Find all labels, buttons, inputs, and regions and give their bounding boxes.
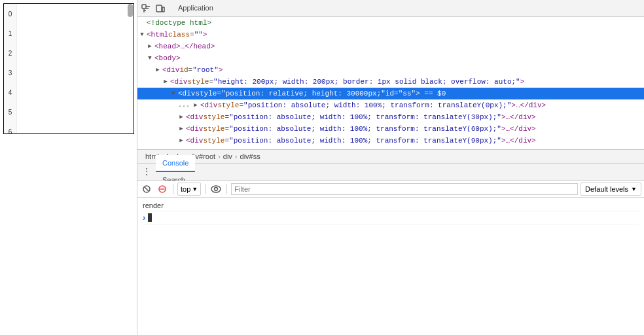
dom-close-bracket-5: >	[520, 76, 525, 88]
webpage-preview: 0123456	[3, 3, 134, 134]
dom-open-bracket-7: <div	[200, 99, 217, 111]
dom-attr-6-0: style="position: relative; height: 30000…	[195, 88, 385, 99]
console-tab-console[interactable]: Console	[156, 155, 195, 172]
preview-number-6: 6	[4, 122, 16, 134]
devtools-panel: ElementsConsoleNetworkSourcesApplication…	[137, 0, 644, 335]
dom-triangle-1[interactable]	[137, 29, 147, 41]
dom-triangle-2[interactable]	[145, 41, 154, 52]
dom-line-doctype[interactable]: <!doctype html>	[137, 17, 644, 29]
dom-open-bracket-5: <div	[170, 76, 187, 88]
console-cursor	[148, 213, 152, 222]
svg-rect-0	[142, 5, 146, 9]
dom-open-bracket-1: <html	[147, 29, 168, 41]
console-clear-icon[interactable]	[140, 183, 153, 196]
dom-special-6: id="ss"> == $0	[385, 88, 446, 99]
console-log-render: render	[143, 200, 639, 211]
dom-attr-4-0: id="root"	[179, 64, 218, 76]
svg-point-12	[215, 187, 218, 190]
dom-close-bracket-2: >…</head>	[176, 41, 215, 52]
toolbar-separator-1	[173, 184, 173, 194]
console-block-icon[interactable]	[156, 183, 169, 196]
console-filter-input[interactable]	[231, 183, 578, 195]
console-section-tabs: ⋮ ConsoleSearch	[137, 164, 644, 181]
devtools-icon-buttons	[140, 3, 166, 14]
dom-line-div-60[interactable]: <div style="position: absolute; width: 1…	[137, 123, 644, 135]
elements-panel[interactable]: <!doctype html><html class=""><head>…</h…	[137, 17, 644, 149]
dom-open-bracket-10: <div	[186, 135, 203, 147]
dom-close-bracket-1: >	[203, 29, 207, 41]
top-context-label: top	[181, 185, 190, 193]
console-output: render ›	[137, 198, 644, 335]
dom-open-bracket-9: <div	[186, 123, 203, 135]
inspect-icon[interactable]	[140, 3, 152, 14]
dom-attr-1-0: class=""	[168, 29, 203, 41]
dom-attr-8-0: style="position: absolute; width: 100%; …	[203, 111, 501, 123]
svg-point-11	[211, 186, 221, 192]
dom-triangle-6[interactable]	[169, 88, 178, 99]
default-levels-label: Default levels	[585, 185, 628, 193]
default-levels-dropdown[interactable]: Default levels ▼	[581, 183, 641, 196]
dom-open-bracket-3: <body	[154, 52, 176, 64]
preview-number-5: 5	[4, 102, 16, 122]
dom-line-head[interactable]: <head>…</head>	[137, 41, 644, 52]
dom-close-bracket-9: >…</div>	[501, 123, 536, 135]
device-icon[interactable]	[154, 3, 166, 14]
dom-triangle-8[interactable]	[177, 111, 186, 123]
console-prompt-icon: ›	[143, 213, 145, 222]
preview-number-0: 0	[4, 4, 16, 24]
dom-close-bracket-3: >	[176, 52, 181, 64]
toolbar-separator-3	[226, 184, 227, 194]
dom-dots-btn-7[interactable]: ...	[177, 99, 191, 111]
devtools-tabs-bar: ElementsConsoleNetworkSourcesApplication…	[137, 0, 644, 17]
dom-open-bracket-2: <head	[154, 41, 176, 52]
preview-number-1: 1	[4, 24, 16, 43]
dom-line-body[interactable]: <body>	[137, 52, 644, 64]
dom-open-bracket-8: <div	[186, 111, 203, 123]
toolbar-separator-2	[205, 184, 206, 194]
scrollbar-thumb[interactable]	[128, 4, 133, 17]
console-log-text: render	[143, 202, 164, 209]
dom-attr-10-0: style="position: absolute; width: 100%; …	[203, 135, 501, 147]
dom-open-bracket-4: <div	[162, 64, 179, 76]
tab-application[interactable]: Application	[171, 0, 226, 17]
eye-icon[interactable]	[209, 183, 223, 196]
breadcrumb-item-4[interactable]: div#ss	[238, 152, 263, 160]
top-context-dropdown[interactable]: top ▼	[177, 183, 201, 196]
dom-comment-0: <!doctype html>	[147, 17, 211, 29]
dom-line-div-0[interactable]: ...<div style="position: absolute; width…	[137, 99, 644, 111]
breadcrumb-item-3[interactable]: div	[221, 152, 235, 160]
dom-close-bracket-10: >…</div>	[501, 135, 536, 147]
dom-close-bracket-4: >	[219, 64, 223, 76]
console-toolbar: top ▼ Default levels ▼	[137, 181, 644, 198]
number-column: 0123456	[4, 4, 17, 134]
dom-triangle-3[interactable]	[145, 52, 154, 64]
console-prompt-line[interactable]: ›	[143, 211, 639, 224]
dom-triangle-4[interactable]	[153, 64, 162, 76]
dom-line-div-ss[interactable]: <div style="position: relative; height: …	[137, 88, 644, 99]
dom-line-div-style[interactable]: <div style="height: 200px; width: 200px;…	[137, 76, 644, 88]
dom-triangle-10[interactable]	[177, 135, 186, 147]
dom-triangle-5[interactable]	[161, 76, 170, 88]
dom-attr-9-0: style="position: absolute; width: 100%; …	[203, 123, 501, 135]
console-menu-icon[interactable]: ⋮	[140, 166, 153, 179]
dom-line-div-30[interactable]: <div style="position: absolute; width: 1…	[137, 111, 644, 123]
dom-line-div-root[interactable]: <div id="root">	[137, 64, 644, 76]
svg-line-8	[145, 187, 149, 191]
dom-attr-7-0: style="position: absolute; width: 100%; …	[217, 99, 511, 111]
dom-close-bracket-8: >…</div>	[501, 111, 536, 123]
webpage-preview-panel: 0123456	[0, 0, 137, 335]
dom-triangle-9[interactable]	[177, 123, 186, 135]
svg-rect-6	[162, 7, 164, 12]
preview-number-4: 4	[4, 82, 16, 102]
svg-rect-5	[156, 5, 162, 12]
dom-line-div-90[interactable]: <div style="position: absolute; width: 1…	[137, 135, 644, 147]
breadcrumb: html › body › div#root › div › div#ss	[137, 149, 644, 164]
dom-triangle-7[interactable]	[191, 99, 200, 111]
dom-close-bracket-7: >…</div>	[511, 99, 546, 111]
preview-number-2: 2	[4, 43, 16, 63]
dom-open-bracket-6: <div	[178, 88, 195, 99]
dom-line-html[interactable]: <html class="">	[137, 29, 644, 41]
dom-attr-5-0: style="height: 200px; width: 200px; bord…	[187, 76, 520, 88]
dropdown-arrow: ▼	[192, 186, 198, 192]
levels-arrow: ▼	[631, 186, 637, 192]
